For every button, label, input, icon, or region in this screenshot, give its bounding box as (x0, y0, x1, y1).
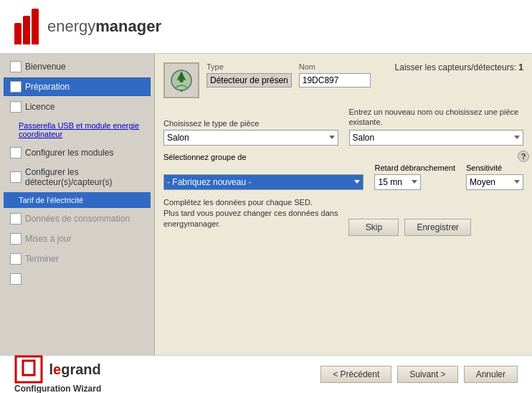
sidebar-icon-tarif (10, 213, 22, 224)
new-name-label: Entrez un nouveau nom ou choisissez une … (349, 107, 524, 128)
room-type-group: Choisissez le type de pièce Salon Cuisin… (163, 119, 338, 146)
sidebar-icon-preparation (10, 81, 22, 93)
sidebar-item-donnees[interactable]: Mises à jour (4, 229, 151, 248)
legrand-text: legrand (49, 361, 100, 378)
device-icon-box: ● (163, 62, 199, 98)
svg-rect-5 (23, 361, 34, 375)
app-logo-icon (14, 9, 39, 44)
sidebar-item-tarif[interactable]: Données de consommation (4, 209, 151, 228)
device-name-group: Nom 19DC897 (299, 62, 371, 87)
capteurs-count: 1 (518, 62, 523, 72)
legrand-logo: legrand (14, 355, 100, 384)
sed-note-line3: energymanager. (163, 219, 338, 229)
retard-select[interactable]: 15 mn 5 mn 10 mn 20 mn 30 mn (374, 174, 421, 190)
group-row-container: Sélectionnez groupe de - Fabriquez nouve… (163, 153, 523, 190)
sidebar-item-configurer-detecteurs[interactable]: Tarif de l'électricité (4, 192, 151, 208)
sidebar-icon-donnees (10, 233, 22, 245)
svg-point-2 (179, 78, 184, 82)
group-controls-row: - Fabriquez nouveau - Retard débrancheme… (163, 164, 523, 190)
device-name-value: 19DC897 (299, 73, 371, 87)
retard-inline: 15 mn 5 mn 10 mn 20 mn 30 mn (374, 174, 455, 190)
content-area: ● Type Détecteur de présen Nom 19DC897 L… (154, 54, 532, 355)
sidebar-item-terminer[interactable] (4, 270, 151, 288)
device-type-group: Type Détecteur de présen (206, 62, 292, 87)
main-container: Bienvenue Préparation Licence Passerella… (0, 54, 532, 355)
sidebar-item-bienvenue[interactable]: Bienvenue (4, 57, 151, 76)
sidebar-item-licence[interactable]: Licence (4, 98, 151, 116)
group-select[interactable]: - Fabriquez nouveau - (163, 174, 364, 190)
device-name-label: Nom (299, 62, 371, 71)
cancel-button[interactable]: Annuler (464, 366, 518, 383)
sed-row: Complétez les données pour chaque SED. P… (163, 197, 523, 236)
app-title-light: energy (47, 17, 95, 35)
sidebar-item-configurer-modules[interactable]: Configurer les détecteur(s)/capteur(s) (4, 164, 151, 191)
wizard-label: Configuration Wizard (14, 384, 101, 393)
skip-button[interactable]: Skip (348, 219, 399, 236)
logo-bar-3 (32, 9, 39, 44)
group-select-wrapper: - Fabriquez nouveau - (163, 174, 364, 190)
sed-note-line1: Complétez les données pour chaque SED. (163, 197, 338, 208)
device-type-label: Type (206, 62, 292, 71)
app-header: energymanager (0, 0, 532, 54)
retard-label: Retard débranchement (374, 164, 455, 172)
sidebar-icon-configurer-modules (10, 171, 22, 183)
sensor-icon: ● (168, 67, 194, 93)
sidebar-icon-bienvenue (10, 61, 22, 72)
logo-bar-1 (14, 23, 22, 44)
sidebar-icon-modules (10, 147, 22, 158)
legrand-branding: legrand Configuration Wizard (14, 355, 101, 393)
retard-group: Retard débranchement 15 mn 5 mn 10 mn 20… (374, 164, 455, 190)
room-row: Choisissez le type de pièce Salon Cuisin… (163, 107, 523, 146)
prev-button[interactable]: < Précédent (320, 366, 391, 383)
footer: legrand Configuration Wizard < Précédent… (0, 355, 532, 393)
logo-bar-2 (23, 16, 30, 44)
sensitivite-select[interactable]: Moyen Faible Fort (466, 174, 523, 190)
new-name-group: Entrez un nouveau nom ou choisissez une … (349, 107, 524, 146)
capteurs-label: Laisser les capteurs/détecteurs: (395, 62, 516, 72)
sidebar-icon-licence (10, 101, 22, 113)
new-name-select[interactable]: Salon Cuisine Chambre (349, 130, 524, 146)
room-type-select[interactable]: Salon Cuisine Chambre Bureau Couloir (163, 130, 338, 146)
device-type-value: Détecteur de présen (206, 73, 292, 87)
sidebar-item-mises[interactable]: Terminer (4, 250, 151, 268)
help-icon[interactable]: ? (518, 151, 529, 162)
app-title: energymanager (47, 17, 161, 36)
sidebar-item-passerelle[interactable]: Passerella USB et module energie coordin… (4, 118, 151, 142)
sidebar-icon-terminer (10, 273, 22, 285)
device-info-row: ● Type Détecteur de présen Nom 19DC897 L… (163, 62, 523, 98)
footer-buttons: < Précédent Suivant > Annuler (320, 366, 518, 383)
sidebar: Bienvenue Préparation Licence Passerella… (0, 54, 154, 355)
sensitivite-label: Sensitivité (466, 164, 523, 172)
action-buttons: Skip Enregistrer (348, 219, 471, 236)
room-type-label: Choisissez le type de pièce (163, 119, 338, 128)
svg-text:●: ● (180, 88, 182, 93)
sidebar-icon-mises (10, 253, 22, 265)
next-button[interactable]: Suivant > (397, 366, 457, 383)
sensitivite-group: Sensitivité Moyen Faible Fort (466, 164, 523, 190)
sed-note: Complétez les données pour chaque SED. P… (163, 197, 338, 230)
sed-note-line2: Plus tard vous pouvez changer ces donnée… (163, 208, 338, 219)
enregistrer-button[interactable]: Enregistrer (404, 219, 471, 236)
sidebar-item-modules[interactable]: Configurer les modules (4, 143, 151, 162)
capteurs-info: Laisser les capteurs/détecteurs: 1 (395, 62, 523, 72)
app-title-bold: manager (95, 17, 161, 35)
sidebar-item-preparation[interactable]: Préparation (4, 77, 151, 96)
legrand-symbol (14, 355, 43, 384)
group-label: Sélectionnez groupe de (163, 153, 523, 161)
